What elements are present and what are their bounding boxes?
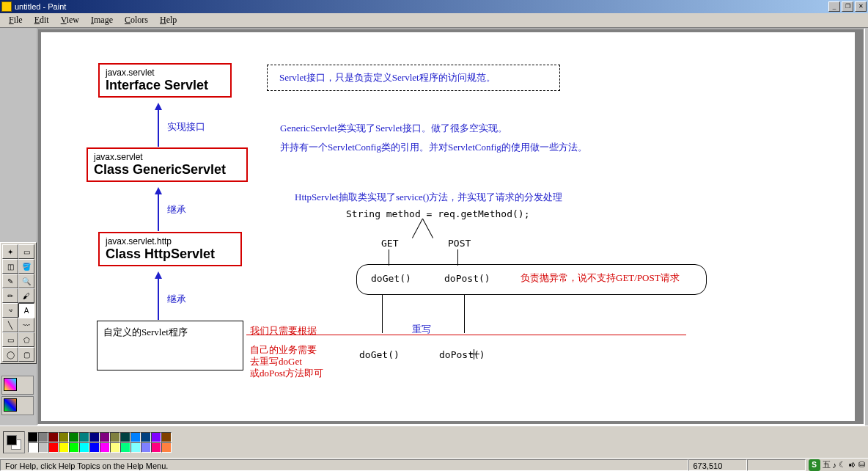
brush-icon[interactable]: 🖌 <box>18 288 34 303</box>
color-swatch[interactable] <box>59 442 69 453</box>
status-coords: 673,510 <box>688 459 747 471</box>
line-icon[interactable]: ╲ <box>2 318 18 332</box>
crosshair-cursor-icon <box>469 349 479 359</box>
toolbox: ✦▭◫🪣✎🔍✏🖌༄A╲〰▭⬠◯▢ <box>0 242 37 364</box>
color-swatch[interactable] <box>130 442 141 453</box>
color-swatch[interactable] <box>141 432 151 442</box>
pencil-icon[interactable]: ✏ <box>2 288 18 303</box>
color-swatch[interactable] <box>69 432 79 442</box>
note1-text: Servlet接口，只是负责定义Servlet程序的访问规范。 <box>279 72 496 83</box>
color-swatch[interactable] <box>38 442 48 453</box>
arrow3-head <box>155 271 162 279</box>
status-empty <box>747 459 806 471</box>
menubar: File Edit View Image Colors Help <box>0 13 868 28</box>
tray-drive-icon[interactable]: ⛁ <box>858 460 865 470</box>
curve-icon[interactable]: 〰 <box>18 318 34 332</box>
color-swatch[interactable] <box>79 432 89 442</box>
color-swatch[interactable] <box>48 432 59 442</box>
arrow2-head <box>155 187 162 194</box>
note2-line2: 并持有一个ServletConfig类的引用。并对ServletConfig的使… <box>280 141 587 154</box>
tray-volume-icon[interactable]: 🕫 <box>848 461 856 470</box>
fg-color-icon <box>7 435 17 445</box>
color-swatch[interactable] <box>151 432 161 442</box>
color-swatch[interactable] <box>100 442 110 453</box>
override-line-1 <box>382 295 383 333</box>
branch-post: POST <box>448 238 471 249</box>
box3-cls: Class HttpServlet <box>106 247 235 262</box>
color-swatch[interactable] <box>100 432 110 442</box>
sidebar-slot-b[interactable] <box>1 396 34 415</box>
branch-get: GET <box>381 238 398 249</box>
color-swatch[interactable] <box>110 442 120 453</box>
color-swatch[interactable] <box>79 442 89 453</box>
eraser-icon[interactable]: ◫ <box>2 259 18 274</box>
menu-help[interactable]: Help <box>154 13 183 27</box>
menu-view[interactable]: View <box>55 13 85 27</box>
arrow3-line <box>158 279 159 320</box>
color-swatch[interactable] <box>28 442 38 453</box>
close-button[interactable]: ✕ <box>855 1 867 12</box>
box4-label: 自定义的Servlet程序 <box>103 326 188 337</box>
color-swatch[interactable] <box>110 432 120 442</box>
menu-edit[interactable]: Edit <box>29 13 55 27</box>
ellipse-icon[interactable]: ◯ <box>2 347 18 362</box>
menu-file[interactable]: File <box>3 13 29 27</box>
rect-icon[interactable]: ▭ <box>2 332 18 347</box>
tray-note-icon[interactable]: ♪ <box>833 461 837 470</box>
color-swatch[interactable] <box>130 432 141 442</box>
doGet2: doGet() <box>359 349 400 360</box>
arrow1-label: 实现接口 <box>167 120 205 134</box>
color-swatch[interactable] <box>28 432 38 442</box>
tray-moon-icon[interactable]: ☾ <box>839 460 846 470</box>
arrow2-label: 继承 <box>167 203 186 216</box>
canvas-area: javax.servlet Interface Servlet javax.se… <box>37 28 865 426</box>
doGet-label: doGet() <box>371 273 411 284</box>
system-tray: S 五 ♪ ☾ 🕫 ⛁ <box>806 459 869 471</box>
arrow2-line <box>158 194 159 231</box>
app-icon <box>1 1 12 12</box>
canvas[interactable]: javax.servlet Interface Servlet javax.se… <box>41 32 855 421</box>
branch-left-line <box>412 219 423 238</box>
box2-pkg: javax.servlet <box>94 152 240 162</box>
ime-icon[interactable]: S <box>809 459 820 471</box>
picker-icon[interactable]: ✎ <box>2 274 18 288</box>
color-swatch[interactable] <box>120 432 130 442</box>
rounded-rect-icon[interactable]: ▢ <box>18 347 34 362</box>
rect-select-icon[interactable]: ▭ <box>18 244 34 259</box>
custom-servlet-box: 自定义的Servlet程序 <box>97 321 243 370</box>
error-note: 负责抛异常，说不支持GET/POST请求 <box>521 271 680 285</box>
rednote4: 或doPost方法即可 <box>250 367 323 380</box>
statusbar: For Help, click Help Topics on the Help … <box>0 458 868 471</box>
color-swatch[interactable] <box>38 432 48 442</box>
color-swatch[interactable] <box>120 442 130 453</box>
sidebar-slot-a[interactable] <box>1 376 34 395</box>
color-swatch[interactable] <box>141 442 151 453</box>
maximize-button[interactable]: ❐ <box>842 1 853 12</box>
color-swatch[interactable] <box>151 442 161 453</box>
fill-icon[interactable]: 🪣 <box>18 259 34 274</box>
color-swatch[interactable] <box>59 432 69 442</box>
text-icon[interactable]: A <box>18 303 34 318</box>
override-line-2 <box>464 295 465 333</box>
color-swatch[interactable] <box>161 442 172 453</box>
note2-line1: GenericServlet类实现了Servlet接口。做了很多空实现。 <box>280 122 507 135</box>
color-swatch[interactable] <box>48 442 59 453</box>
color-swatch[interactable] <box>161 432 172 442</box>
polygon-icon[interactable]: ⬠ <box>18 332 34 347</box>
generic-servlet-box: javax.servlet Class GenericServlet <box>87 147 248 182</box>
color-swatch[interactable] <box>89 442 100 453</box>
free-select-icon[interactable]: ✦ <box>2 244 18 259</box>
fgbg-indicator[interactable] <box>3 431 25 453</box>
menu-colors[interactable]: Colors <box>119 13 154 27</box>
doPost-label: doPost() <box>444 273 490 284</box>
interface-servlet-box: javax.servlet Interface Servlet <box>98 63 232 98</box>
titlebar: untitled - Paint _ ❐ ✕ <box>0 0 868 13</box>
color-swatch[interactable] <box>89 432 100 442</box>
menu-image[interactable]: Image <box>85 13 119 27</box>
window-title: untitled - Paint <box>15 2 827 11</box>
note3: HttpServlet抽取类实现了service()方法，并实现了请求的分发处理 <box>295 191 562 204</box>
color-swatch[interactable] <box>69 442 79 453</box>
magnifier-icon[interactable]: 🔍 <box>18 274 34 288</box>
minimize-button[interactable]: _ <box>828 1 840 12</box>
airbrush-icon[interactable]: ༄ <box>2 303 18 318</box>
